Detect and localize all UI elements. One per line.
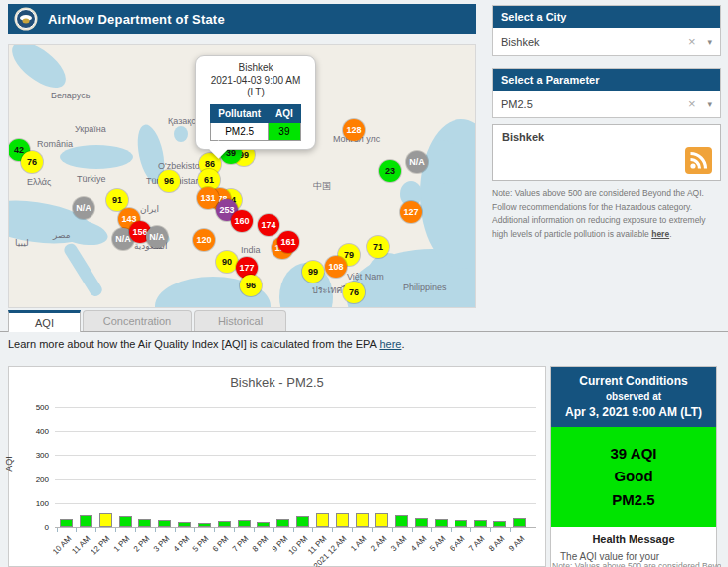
feed-box: Bishkek — [492, 124, 721, 181]
rss-icon[interactable] — [685, 147, 712, 174]
chart-x-tick — [412, 528, 413, 532]
conditions-observed-label: observed at — [555, 391, 712, 402]
chart-x-tick — [57, 528, 58, 532]
us-seal-icon — [14, 7, 38, 31]
chart-y-tick: 100 — [17, 499, 49, 508]
chart-x-tick — [155, 528, 156, 532]
aqi-marker[interactable]: 76 — [21, 151, 43, 173]
clear-icon[interactable]: × — [688, 96, 696, 111]
chart-x-tick — [254, 528, 255, 532]
select-city-header: Select a City — [493, 6, 720, 28]
aqi-marker[interactable]: 90 — [216, 251, 238, 273]
chevron-down-icon[interactable]: ▾ — [707, 37, 712, 47]
sidebar-note: Note: Values above 500 are considered Be… — [492, 187, 721, 241]
chart-bar — [296, 516, 309, 527]
popup-pollutant-value: PM2.5 — [211, 122, 269, 140]
popup-timezone: (LT) — [196, 87, 315, 99]
learn-more-link[interactable]: here — [379, 338, 401, 350]
chart-x-tick — [510, 528, 511, 532]
chart-bar — [178, 522, 191, 527]
aqi-marker[interactable]: 128 — [343, 119, 365, 141]
select-city-panel: Select a City Bishkek × ▾ — [492, 5, 721, 56]
popup-datetime: 2021-04-03 9:00 AM — [196, 75, 315, 88]
aqi-marker[interactable]: 174 — [258, 214, 279, 236]
chart-x-tick — [175, 528, 176, 532]
map-country-label: مصر — [53, 230, 71, 240]
city-select-value[interactable]: Bishkek — [501, 36, 688, 48]
chart-gridline — [55, 455, 536, 456]
chart-x-tick — [95, 528, 96, 532]
aqi-marker[interactable]: 108 — [325, 256, 347, 278]
chart-bar — [435, 519, 448, 527]
chart-x-tick — [352, 528, 353, 532]
aqi-marker[interactable]: 99 — [302, 261, 324, 283]
chart-bar — [218, 521, 231, 527]
aqi-marker[interactable]: 160 — [231, 210, 253, 232]
aqi-marker[interactable]: 76 — [343, 282, 365, 303]
chart-gridline — [55, 407, 536, 408]
select-parameter-panel: Select a Parameter PM2.5 × ▾ — [492, 68, 721, 118]
map-country-label: Việt Nam — [347, 272, 384, 282]
chart-y-tick: 200 — [17, 475, 49, 484]
conditions-title: Current Conditions — [555, 374, 712, 388]
aqi-marker[interactable]: N/A — [73, 197, 94, 219]
tab-aqi[interactable]: AQI — [8, 310, 81, 332]
chart-x-tick — [451, 528, 452, 532]
popup-city: Bishkek — [196, 62, 315, 75]
aqi-marker[interactable]: N/A — [146, 226, 168, 248]
map-country-label: Беларусь — [51, 91, 90, 100]
learn-more-text: Learn more about how the Air Quality Ind… — [8, 338, 404, 350]
map-country-label: România — [37, 139, 73, 149]
aqi-marker[interactable]: N/A — [406, 151, 428, 173]
chart-bar — [316, 513, 329, 527]
current-conditions-panel: Current Conditions observed at Apr 3, 20… — [550, 366, 717, 567]
chevron-down-icon[interactable]: ▾ — [707, 99, 712, 109]
conditions-footnote: Note: Values above 500 are considered Be… — [552, 561, 721, 567]
aqi-marker[interactable]: 96 — [240, 275, 262, 296]
chart-bar — [375, 513, 388, 527]
parameter-select-value[interactable]: PM2.5 — [501, 98, 688, 110]
conditions-datetime: Apr 3, 2021 9:00 AM (LT) — [555, 405, 712, 419]
chart-bar — [119, 516, 132, 527]
chart-x-tick — [392, 528, 393, 532]
city-select[interactable]: Bishkek × ▾ — [493, 28, 720, 55]
learn-more-body: Learn more about how the Air Quality Ind… — [8, 338, 379, 350]
popup-table: Pollutant AQI PM2.5 39 — [210, 104, 301, 141]
health-message-title: Health Message — [560, 533, 707, 545]
chart-x-tick — [312, 528, 313, 532]
parameter-select[interactable]: PM2.5 × ▾ — [493, 91, 720, 117]
map-country-label: Türkiye — [77, 174, 106, 184]
clear-icon[interactable]: × — [688, 34, 696, 49]
map-country-label: India — [241, 245, 261, 255]
conditions-pollutant: PM2.5 — [551, 488, 716, 511]
sidebar-note-link[interactable]: here — [651, 229, 669, 239]
chart-x-tick — [194, 528, 195, 532]
chart-plot: 010020030040050010 AM11 AM12 PM1 PM2 PM3… — [9, 367, 545, 566]
aqi-marker[interactable]: 120 — [193, 229, 215, 251]
chart-bar — [238, 520, 251, 527]
map-country-label: Ελλάς — [27, 177, 51, 187]
map-country-label: ليبيا — [15, 238, 29, 248]
aqi-marker[interactable]: 23 — [379, 160, 401, 182]
tab-bar: AQI Concentration Historical — [8, 310, 286, 331]
tab-concentration[interactable]: Concentration — [83, 310, 192, 331]
map-country-label: 中国 — [313, 180, 331, 193]
aqi-marker[interactable]: 161 — [277, 231, 299, 253]
sidebar-note-text: Note: Values above 500 are considered Be… — [492, 188, 706, 239]
select-parameter-header: Select a Parameter — [493, 69, 720, 91]
chart-y-tick: 300 — [17, 451, 49, 460]
chart-bar — [336, 513, 349, 527]
conditions-category: Good — [551, 465, 716, 487]
chart-y-tick: 0 — [17, 523, 49, 532]
chart-gridline — [55, 503, 536, 504]
aqi-marker[interactable]: 127 — [400, 201, 422, 223]
aqi-marker[interactable]: 96 — [158, 170, 180, 192]
app-title: AirNow Department of State — [48, 12, 225, 27]
feed-city-label: Bishkek — [502, 131, 544, 143]
chart-x-tick — [234, 528, 235, 532]
conditions-aqi-value: 39 AQI — [551, 442, 716, 465]
chart-x-tick — [332, 528, 333, 532]
aqi-marker[interactable]: 71 — [367, 236, 389, 258]
map-popup: Bishkek 2021-04-03 9:00 AM (LT) Pollutan… — [195, 55, 316, 150]
tab-historical[interactable]: Historical — [194, 310, 286, 331]
